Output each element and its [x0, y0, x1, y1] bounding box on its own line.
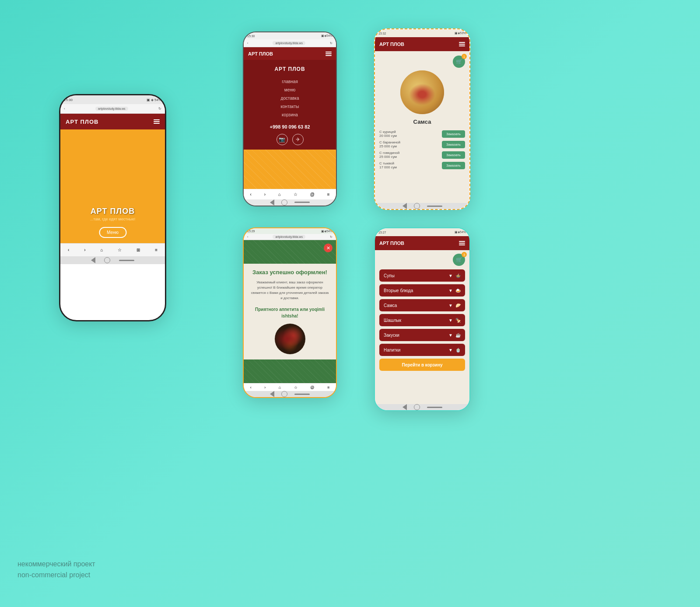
p4-bottom-nav: ‹ › ⌂ ☆ @ ≡ — [244, 383, 336, 391]
p3-menu-icon[interactable] — [459, 42, 465, 46]
p1-nav-star[interactable]: ☆ — [118, 248, 122, 252]
p3-v1-price: 20 000 сум — [379, 134, 397, 138]
p2-hi-back — [270, 199, 274, 206]
p3-variant-3: С говядиной 25 000 сум Заказать — [379, 151, 465, 159]
p5-go-to-cart-button[interactable]: Перейти в корзину — [379, 359, 465, 371]
p5-menu-shashlyk[interactable]: Шашлык ▼ 🍢 — [379, 314, 465, 326]
p4-close-button[interactable]: ✕ — [324, 244, 332, 252]
p1-menu-icon[interactable] — [154, 119, 160, 124]
p5-cart-icon[interactable]: 🛒 3 — [453, 254, 465, 266]
p3-order-btn-4[interactable]: Заказать — [442, 162, 465, 169]
samsa-visual — [400, 70, 444, 114]
p2-phone-number: +998 90 096 63 82 — [270, 124, 310, 129]
p4-green-bottom — [244, 359, 336, 383]
p2-back[interactable]: ‹ — [247, 42, 248, 45]
p2-nav-cart[interactable]: корзина — [282, 112, 298, 117]
p5-menu-samsa[interactable]: Самса ▼ 🥟 — [379, 299, 465, 311]
p2-nav-star[interactable]: ☆ — [294, 192, 298, 197]
p5-napitki-right: ▼ 🍵 — [448, 348, 461, 352]
p5-second-label: Вторые блюда — [384, 288, 413, 293]
p3-order-btn-1[interactable]: Заказать — [442, 130, 465, 138]
p5-menu-soups[interactable]: Супы ▼ 🍲 — [379, 269, 465, 282]
p5-zakuski-label: Закуски — [384, 333, 399, 338]
p5-menu-zakuski[interactable]: Закуски ▼ ☕ — [379, 329, 465, 341]
p2-nav-forward[interactable]: › — [264, 192, 266, 197]
p1-menu-button[interactable]: Меню — [99, 227, 126, 238]
p4-hi-recents — [294, 394, 310, 395]
p2-nav-menu[interactable]: меню — [284, 87, 295, 92]
p4-success-title: Заказ успешно оформлен! — [252, 269, 327, 276]
p2-hi-recents — [294, 202, 310, 203]
p2-refresh[interactable]: ↻ — [330, 42, 332, 45]
p1-signal: ▣ ◈ 54% — [147, 98, 161, 102]
p2-url[interactable]: artplovstudy.tilda.ws — [273, 41, 305, 45]
footer-line2: non-commercial project — [18, 569, 95, 581]
p1-header: АРТ ПЛОВ — [60, 114, 165, 129]
p3-order-btn-2[interactable]: Заказать — [442, 141, 465, 148]
p4-hi-home — [281, 391, 287, 397]
p1-nav-menu[interactable]: ≡ — [155, 248, 158, 252]
p1-nav-back[interactable]: ‹ — [68, 248, 69, 252]
p3-cart-icon[interactable]: 🛒 1 — [453, 56, 465, 68]
p2-menu-icon[interactable] — [326, 52, 332, 56]
p2-nav-back[interactable]: ‹ — [250, 192, 251, 197]
p1-home-indicator — [60, 256, 165, 264]
p2-hi-home — [281, 199, 287, 206]
p4-url[interactable]: artplovstudy.tilda.ws — [273, 235, 305, 239]
p4-status-bar: 15:29 ▣◈54% — [244, 228, 336, 234]
p1-hero-text: АРТ ПЛОВ ...там, где едят местные! — [60, 207, 165, 221]
p5-cart-row: 🛒 3 — [379, 254, 465, 266]
p2-home-indicator — [244, 199, 336, 206]
p2-nav-at[interactable]: @ — [310, 192, 315, 197]
p3-logo: АРТ ПЛОВ — [379, 42, 404, 47]
p3-product-image — [400, 70, 444, 114]
phone-4: 15:29 ▣◈54% ‹ artplovstudy.tilda.ws ↻ ✕ … — [243, 227, 337, 398]
p3-order-btn-3[interactable]: Заказать — [442, 151, 465, 159]
p1-refresh[interactable]: ↻ — [158, 107, 161, 111]
p3-v1-name: С курицей — [379, 130, 397, 134]
p2-nav-home-btn[interactable]: ⌂ — [278, 192, 281, 197]
p1-url[interactable]: artplovstudy.tilda.ws — [95, 107, 128, 111]
p5-samsa-label: Самса — [384, 303, 397, 308]
p5-menu-second[interactable]: Вторые блюда ▼ 🍛 — [379, 284, 465, 297]
p1-nav-grid[interactable]: ⊞ — [136, 248, 140, 252]
p4-nav-home[interactable]: ⌂ — [279, 385, 281, 390]
p4-signal: ▣◈54% — [321, 230, 332, 233]
p4-spice-image — [275, 324, 305, 354]
p5-menu-icon[interactable] — [459, 241, 465, 245]
p2-browser-bar: ‹ artplovstudy.tilda.ws ↻ — [244, 39, 336, 47]
p2-nav-contacts[interactable]: контакты — [281, 104, 299, 109]
p5-second-right: ▼ 🍛 — [448, 288, 461, 293]
p5-zakuski-right: ▼ ☕ — [448, 333, 461, 338]
p3-hi-recents — [427, 206, 442, 207]
p1-bottom-nav: ‹ › ⌂ ☆ ⊞ ≡ — [60, 243, 165, 256]
p5-hi-home — [414, 404, 420, 410]
p1-status-bar: 15:30 ▣ ◈ 54% — [60, 95, 165, 104]
p4-nav-dots[interactable]: ≡ — [327, 385, 329, 390]
p4-nav-star[interactable]: ☆ — [294, 385, 298, 390]
p2-instagram-icon[interactable]: 📷 — [276, 134, 288, 145]
p4-nav-forward[interactable]: › — [264, 385, 266, 390]
p4-nav-back[interactable]: ‹ — [250, 385, 252, 390]
p5-soups-icon: 🍲 — [455, 273, 461, 278]
p1-nav-home[interactable]: ⌂ — [100, 248, 103, 252]
p2-telegram-icon[interactable]: ✈ — [292, 134, 304, 145]
p3-v3-price: 25 000 сум — [379, 155, 399, 159]
p5-hi-back — [402, 404, 407, 410]
p2-nav-home[interactable]: главная — [282, 79, 298, 84]
p5-menu-napitki[interactable]: Напитки ▼ 🍵 — [379, 344, 465, 356]
p2-nav-dots[interactable]: ≡ — [327, 192, 330, 197]
p4-refresh[interactable]: ↻ — [330, 235, 332, 239]
p4-back[interactable]: ‹ — [247, 235, 248, 238]
p2-header: АРТ ПЛОВ — [244, 47, 336, 60]
p3-cart-row: 🛒 1 — [379, 56, 465, 68]
p1-nav-forward[interactable]: › — [84, 248, 85, 252]
p4-home-indicator — [244, 391, 336, 397]
p4-nav-at[interactable]: @ — [310, 385, 314, 390]
p1-back[interactable]: ‹ — [64, 107, 65, 111]
p2-nav-delivery[interactable]: доставка — [281, 96, 299, 101]
p3-product-content: 🛒 1 Самса С курицей 20 000 сум Заказать … — [375, 51, 469, 203]
p1-browser-bar: ‹ artplovstudy.tilda.ws ↻ — [60, 104, 165, 114]
p5-samsa-arrow: ▼ — [448, 303, 453, 308]
p5-time: 15:27 — [378, 231, 386, 234]
